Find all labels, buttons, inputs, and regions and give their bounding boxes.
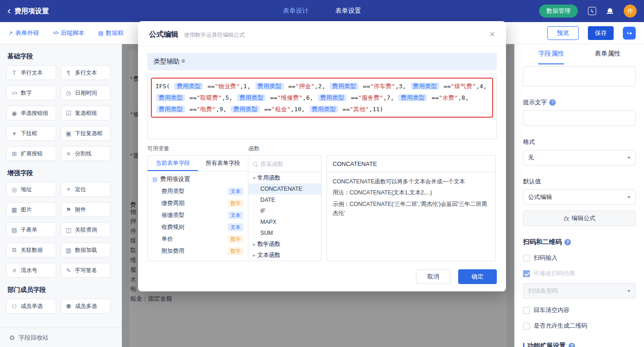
field-type-label: 附件: [75, 206, 86, 214]
sidebar-field-item[interactable]: ☑复选框组: [61, 106, 110, 120]
cancel-button[interactable]: 取消: [416, 269, 451, 284]
close-icon[interactable]: ×: [489, 29, 495, 39]
field-type-icon: ⚉: [65, 303, 72, 310]
function-item[interactable]: IF: [248, 205, 321, 216]
checkbox-box[interactable]: [523, 323, 530, 330]
sidebar-field-item[interactable]: ⊞扩展按钮: [6, 146, 56, 161]
variable-field-row[interactable]: 收费规则文本: [148, 221, 248, 233]
formula-text: "取暖费": [196, 94, 222, 101]
checkbox-clear-on-enter[interactable]: 回车清空内容: [523, 306, 636, 314]
save-button[interactable]: 保存: [588, 26, 614, 40]
sidebar-field-item[interactable]: ≡分割线: [61, 146, 110, 161]
formula-text: "停车费": [370, 83, 396, 90]
sidebar-field-item[interactable]: ▥数据加载: [61, 243, 110, 257]
field-value-box[interactable]: [523, 66, 636, 86]
toolbar-data-permission[interactable]: ▤ 数据权: [98, 29, 124, 37]
preview-button[interactable]: 预览: [547, 26, 579, 40]
chevron-down-icon: ▾: [253, 172, 256, 183]
variable-field-row[interactable]: 催缴类型文本: [148, 209, 248, 221]
function-item[interactable]: CONCATENATE: [248, 183, 321, 194]
formula-text: "押金": [295, 83, 315, 90]
tab-form-properties[interactable]: 表单属性: [595, 44, 621, 64]
tab-form-settings[interactable]: 表单设置: [335, 7, 361, 15]
sidebar-field-item[interactable]: ◎地址: [6, 182, 56, 197]
tab-field-properties[interactable]: 字段属性: [538, 44, 564, 64]
checkbox-box-checked[interactable]: [523, 270, 530, 277]
sidebar-field-item[interactable]: 123数字: [6, 85, 56, 100]
avatar[interactable]: 作: [624, 5, 637, 17]
function-search-input[interactable]: [260, 161, 306, 167]
field-token[interactable]: 费用类型: [237, 94, 265, 101]
function-item[interactable]: SUM: [248, 228, 321, 239]
format-select[interactable]: 无: [523, 150, 636, 165]
variable-field-row[interactable]: 费用类型文本: [148, 185, 248, 197]
sidebar-field-item[interactable]: ⌖定位: [61, 182, 110, 197]
data-manage-button[interactable]: 数据管理: [539, 5, 578, 17]
sidebar-field-item[interactable]: ▣下拉复选框: [61, 126, 110, 141]
field-recycle-bin[interactable]: ♻ 字段回收站: [0, 328, 121, 347]
sidebar-field-item[interactable]: ⚇成员单选: [6, 299, 56, 313]
form-tree-root[interactable]: ▤ 费用项设置: [148, 171, 248, 185]
checkbox-box[interactable]: [523, 255, 530, 262]
sidebar-field-item[interactable]: ◷日期时间: [61, 85, 110, 100]
help-icon[interactable]: ?: [549, 99, 556, 106]
fx-icon: fx: [563, 215, 569, 222]
field-token[interactable]: 费用类型: [411, 83, 439, 90]
sidebar-field-item[interactable]: ⧉关联数据: [6, 243, 56, 257]
bell-icon[interactable]: [606, 8, 614, 15]
sidebar-field-item[interactable]: ¶多行文本: [61, 65, 110, 80]
tab-all-form-fields[interactable]: 所有表单字段: [198, 156, 248, 171]
field-token[interactable]: 费用类型: [310, 106, 338, 113]
function-group[interactable]: ▸文本函数: [248, 250, 321, 261]
apps-icon[interactable]: ϟ: [588, 7, 596, 15]
sidebar-field-item[interactable]: ▦图片: [6, 202, 56, 217]
field-type-label: 数字: [21, 89, 32, 97]
help-icon[interactable]: ?: [564, 239, 571, 245]
field-token[interactable]: 费用类型: [156, 106, 185, 113]
field-type-label: 多行文本: [75, 69, 97, 77]
tab-current-form-fields[interactable]: 当前表单字段: [148, 156, 198, 171]
back-icon[interactable]: ‹: [7, 6, 11, 16]
sidebar-field-item[interactable]: ▾下拉框: [6, 126, 56, 141]
field-type-icon: ¶: [65, 69, 72, 76]
field-token[interactable]: 费用类型: [255, 83, 284, 90]
field-token[interactable]: 费用类型: [174, 83, 203, 90]
variable-field-row[interactable]: 缴费周期数字: [148, 197, 248, 209]
function-item[interactable]: DATE: [248, 194, 321, 205]
function-group[interactable]: ▾常用函数: [248, 172, 321, 183]
sidebar-field-item[interactable]: #流水号: [6, 263, 56, 278]
function-group[interactable]: ▸数学函数: [248, 239, 321, 250]
help-icon[interactable]: ?: [569, 343, 575, 347]
sidebar-field-item[interactable]: ▤子表单: [6, 222, 56, 237]
confirm-button[interactable]: 确定: [458, 269, 497, 284]
variable-field-row[interactable]: 附加费用数字: [148, 245, 248, 257]
sidebar-field-item[interactable]: ✎手写签名: [61, 263, 110, 278]
sidebar-field-item[interactable]: ◫关联查询: [61, 222, 110, 237]
checkbox-allow-qrcode[interactable]: 是否允许生成二维码: [523, 322, 636, 330]
function-search-box[interactable]: [248, 156, 321, 172]
sidebar-field-item[interactable]: ◉单选按钮组: [6, 106, 56, 120]
share-button[interactable]: ↪: [623, 27, 636, 40]
edit-formula-button[interactable]: fx 编辑公式: [523, 210, 636, 226]
field-token[interactable]: 费用类型: [318, 94, 346, 101]
default-value-select[interactable]: 公式编辑: [523, 189, 636, 205]
field-token[interactable]: 费用类型: [156, 94, 185, 101]
variable-field-row[interactable]: 单价数字: [148, 233, 248, 245]
sidebar-field-item[interactable]: ⚑附件: [61, 202, 110, 217]
field-token[interactable]: 费用类型: [398, 94, 427, 101]
field-token[interactable]: 费用类型: [330, 83, 358, 90]
field-type-label: 扩展按钮: [21, 150, 43, 158]
tab-form-design[interactable]: 表单设计: [283, 7, 309, 15]
toolbar-backend-script[interactable]: </> 后端脚本: [53, 29, 84, 37]
function-item[interactable]: MAPX: [248, 216, 321, 228]
hint-text-input[interactable]: [523, 110, 636, 126]
checkbox-scan-input[interactable]: 扫码输入: [523, 254, 636, 262]
sidebar-field-item[interactable]: ⚉成员多选: [61, 299, 110, 313]
sidebar-field-item[interactable]: T单行文本: [6, 65, 56, 80]
field-token[interactable]: 费用类型: [231, 106, 259, 113]
checkbox-allow-edit-scan-result[interactable]: 可修改扫码结果: [523, 269, 636, 278]
formula-editor-area[interactable]: IFS( 费用类型 =="物业费",1, 费用类型 =="押金",2, 费用类型…: [147, 74, 497, 139]
checkbox-box[interactable]: [523, 307, 530, 314]
field-type-badge: 数字: [228, 247, 243, 255]
toolbar-form-external-link[interactable]: ↗ 表单外链: [8, 29, 39, 37]
